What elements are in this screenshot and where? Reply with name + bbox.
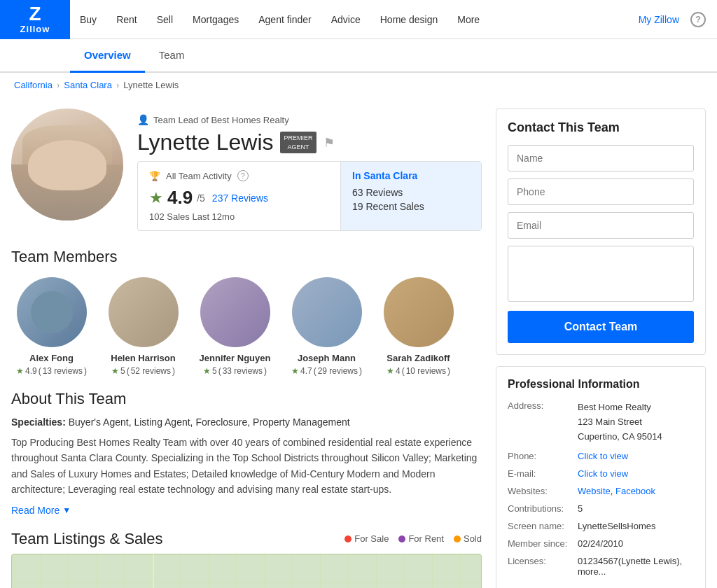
member-2-star: ★ [111, 366, 119, 376]
breadcrumb-california[interactable]: California [14, 80, 53, 90]
header: Z Zillow Buy Rent Sell Mortgages Agent f… [0, 0, 717, 39]
specialties-text: Specialties: Buyer's Agent, Listing Agen… [11, 416, 482, 428]
member-3-star: ★ [203, 366, 211, 376]
sales-count: 102 Sales Last 12mo [149, 211, 329, 222]
agent-header: 👤 Team Lead of Best Homes Realty Lynette… [11, 97, 482, 242]
nav-mortgages[interactable]: Mortgages [183, 0, 249, 39]
team-member-4[interactable]: Joseph Mann ★ 4.7 (29 reviews) [286, 277, 367, 376]
logo-name: Zillow [20, 24, 50, 34]
left-column: 👤 Team Lead of Best Homes Realty Lynette… [11, 97, 482, 588]
agent-name-row: Lynette Lewis PREMIER AGENT ⚑ [137, 130, 482, 155]
member-3-name: Jennifer Nguyen [200, 353, 271, 363]
team-member-3[interactable]: Jennifer Nguyen ★ 5 (33 reviews) [195, 277, 275, 376]
stats-label: 🏆 All Team Activity ? [149, 170, 329, 181]
reviews-link[interactable]: 237 Reviews [212, 192, 268, 204]
nav-agent-finder[interactable]: Agent finder [249, 0, 321, 39]
member-4-name: Joseph Mann [298, 353, 356, 363]
pro-info-value-contributions: 5 [578, 503, 583, 514]
logo-letter: Z [29, 4, 41, 24]
info-icon[interactable]: ? [237, 170, 249, 181]
team-members-section: Team Members Alex Fong ★ 4.9 (13 reviews… [11, 248, 482, 376]
area-reviews: 63 Reviews [352, 187, 470, 198]
specialties-label: Specialties: [11, 416, 66, 428]
logo[interactable]: Z Zillow [0, 0, 70, 39]
contact-message-input[interactable] [508, 246, 694, 302]
area-sales: 19 Recent Sales [352, 201, 470, 212]
my-zillow-link[interactable]: My Zillow [639, 14, 679, 25]
member-3-photo [200, 277, 270, 347]
pro-info-row-member-since: Member since: 02/24/2010 [508, 538, 694, 549]
specialties-value: Buyer's Agent, Listing Agent, Foreclosur… [69, 416, 350, 428]
pro-info-title: Professional Information [508, 378, 694, 391]
contact-box: Contact This Team Contact Team [496, 108, 706, 355]
pro-info-row-screen-name: Screen name: LynetteSellsHomes [508, 521, 694, 531]
subnav-overview[interactable]: Overview [70, 39, 145, 73]
member-5-rating: ★ 4 (10 reviews) [387, 366, 450, 376]
stats-right: In Santa Clara 63 Reviews 19 Recent Sale… [341, 162, 481, 230]
subnav-team[interactable]: Team [145, 39, 199, 73]
contact-email-input[interactable] [508, 212, 694, 239]
pro-info-phone-link[interactable]: Click to view [578, 451, 628, 461]
star-icon: ★ [149, 189, 163, 207]
pro-info-email-link[interactable]: Click to view [578, 468, 628, 479]
breadcrumb-santa-clara[interactable]: Santa Clara [64, 80, 112, 90]
pro-info-row-phone: Phone: Click to view [508, 451, 694, 461]
pro-info-value-address: Best Home Realty123 Main StreetCupertino… [578, 400, 694, 444]
nav-rent[interactable]: Rent [106, 0, 147, 39]
agent-photo [11, 108, 123, 220]
in-area-label: In Santa Clara [352, 170, 470, 181]
nav-more[interactable]: More [447, 0, 489, 39]
listings-title: Team Listings & Sales [11, 530, 162, 548]
website-link[interactable]: Website [578, 486, 611, 496]
for-rent-dot [398, 536, 405, 542]
rating-row: ★ 4.9 /5 237 Reviews [149, 187, 329, 209]
pro-info-label-websites: Websites: [508, 486, 578, 496]
team-member-5[interactable]: Sarah Zadikoff ★ 4 (10 reviews) [378, 277, 459, 376]
for-sale-dot [344, 536, 351, 542]
team-member-1[interactable]: Alex Fong ★ 4.9 (13 reviews) [11, 277, 92, 376]
pro-info-label-email: E-mail: [508, 468, 578, 479]
pro-info-label-address: Address: [508, 400, 578, 444]
about-title: About This Team [11, 390, 482, 408]
pro-info-label-contributions: Contributions: [508, 503, 578, 514]
contact-name-input[interactable] [508, 145, 694, 172]
member-1-name: Alex Fong [29, 353, 74, 363]
pro-info-row-websites: Websites: Website, Facebook [508, 486, 694, 496]
nav-buy[interactable]: Buy [70, 0, 106, 39]
read-more-button[interactable]: Read More ▼ [11, 505, 482, 516]
trophy-icon: 🏆 [149, 171, 160, 181]
member-2-rating: ★ 5 (52 reviews) [111, 366, 175, 376]
nav-advice[interactable]: Advice [321, 0, 370, 39]
map-placeholder[interactable] [11, 554, 482, 588]
person-icon: 👤 [137, 114, 149, 125]
contact-phone-input[interactable] [508, 178, 694, 205]
member-2-name: Helen Harrison [111, 353, 175, 363]
contact-submit-button[interactable]: Contact Team [508, 311, 694, 343]
about-section: About This Team Specialties: Buyer's Age… [11, 390, 482, 516]
team-member-2[interactable]: Helen Harrison ★ 5 (52 reviews) [103, 277, 183, 376]
premier-badge: PREMIER AGENT [280, 132, 316, 153]
breadcrumb-sep-1: › [57, 80, 60, 90]
listings-section: Team Listings & Sales For Sale For Rent … [11, 530, 482, 588]
nav-home-design[interactable]: Home design [370, 0, 448, 39]
sold-dot [454, 536, 461, 542]
agent-name: Lynette Lewis [137, 130, 273, 155]
pro-info-label-screen-name: Screen name: [508, 521, 578, 531]
pro-info-value-member-since: 02/24/2010 [578, 538, 623, 549]
help-button[interactable]: ? [690, 12, 706, 27]
member-3-rating: ★ 5 (33 reviews) [203, 366, 267, 376]
stats-box: 🏆 All Team Activity ? ★ 4.9 /5 237 Revie… [137, 161, 482, 231]
member-5-photo [384, 277, 454, 347]
member-2-photo [109, 277, 179, 347]
nav-sell[interactable]: Sell [147, 0, 183, 39]
team-members-list: Alex Fong ★ 4.9 (13 reviews) Helen Harri… [11, 277, 482, 376]
team-members-title: Team Members [11, 248, 482, 266]
subnav: Overview Team [0, 39, 717, 73]
pro-info-websites-links: Website, Facebook [578, 486, 655, 496]
breadcrumb: California › Santa Clara › Lynette Lewis [0, 73, 717, 97]
facebook-link[interactable]: Facebook [615, 486, 655, 496]
about-description: Top Producing Best Homes Realty Team wit… [11, 435, 482, 498]
listings-legend: For Sale For Rent Sold [344, 533, 482, 544]
member-5-name: Sarah Zadikoff [387, 353, 450, 363]
flag-icon[interactable]: ⚑ [323, 135, 335, 150]
